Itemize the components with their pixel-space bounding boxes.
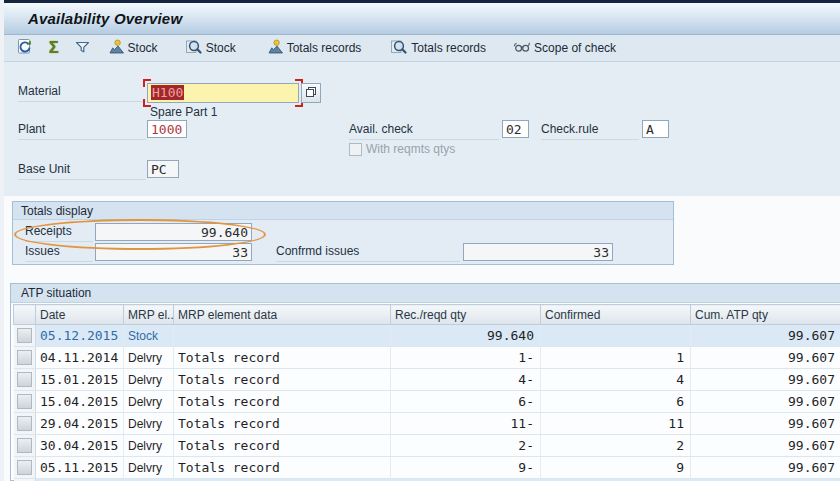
application-toolbar: Σ Stock Stock	[4, 35, 840, 62]
totals-records-search-button[interactable]: Totals records	[387, 37, 489, 60]
cell-cum-atp: 99.607	[691, 369, 840, 391]
cell-date: 30.04.2015	[36, 435, 124, 457]
table-row[interactable]: 15.04.2015 Delvry Totals record 6- 6 99.…	[14, 391, 840, 413]
cell-confirmed: 1	[541, 347, 691, 369]
atp-situation-title: ATP situation	[11, 284, 840, 303]
check-rule-label: Check.rule	[541, 122, 639, 140]
col-header-mrp-element-data[interactable]: MRP element data	[174, 305, 391, 325]
matchcode-icon	[305, 84, 317, 102]
cell-mrp-el: Delvry	[124, 435, 174, 457]
base-unit-label: Base Unit	[18, 162, 146, 180]
totals-display-title: Totals display	[13, 202, 673, 220]
cell-mrp-data: Totals record	[174, 347, 391, 369]
with-reqmts-label: With reqmts qtys	[366, 142, 455, 156]
cell-date: 05.11.2015	[36, 457, 124, 479]
cell-date: 15.04.2015	[36, 391, 124, 413]
cell-mrp-data: Totals record	[174, 457, 391, 479]
totals-records-display-label: Totals records	[287, 41, 362, 55]
row-select-button[interactable]	[17, 438, 32, 453]
totals-records-display-button[interactable]: Totals records	[264, 37, 365, 60]
avail-check-label: Avail. check	[349, 122, 499, 140]
glasses-icon	[513, 39, 531, 57]
cell-mrp-el: Stock	[124, 325, 174, 347]
cell-confirmed: 4	[541, 369, 691, 391]
cell-cum-atp: 99.607	[691, 413, 840, 435]
cell-mrp-el: Delvry	[124, 413, 174, 435]
cell-rec-qty: 4-	[391, 369, 541, 391]
material-value-selected: H100	[151, 85, 184, 100]
avail-check-input[interactable]: 02	[502, 120, 529, 138]
row-select-button[interactable]	[17, 372, 32, 387]
stock-search-button[interactable]: Stock	[182, 37, 239, 60]
cell-confirmed: 11	[541, 413, 691, 435]
table-row[interactable]: 15.01.2015 Delvry Totals record 4- 4 99.…	[14, 369, 840, 391]
col-header-mrp-el[interactable]: MRP el...	[124, 305, 174, 325]
row-select-button[interactable]	[17, 416, 32, 431]
filter-button[interactable]	[71, 37, 94, 60]
refresh-icon	[17, 38, 34, 58]
plant-label: Plant	[18, 122, 146, 140]
refresh-button[interactable]	[14, 36, 37, 60]
issues-field: 33	[95, 243, 252, 261]
stock-display-label: Stock	[128, 41, 158, 55]
scope-of-check-label: Scope of check	[534, 41, 616, 55]
material-description: Spare Part 1	[150, 105, 217, 119]
cell-date: 15.01.2015	[36, 369, 124, 391]
totals-display-group: Totals display Receipts 99.640 Issues 33…	[12, 201, 674, 265]
cell-cum-atp: 99.607	[691, 435, 840, 457]
cell-cum-atp: 99.607	[691, 325, 840, 347]
row-select-button[interactable]	[17, 460, 32, 475]
totals-records-search-label: Totals records	[411, 41, 486, 55]
cell-confirmed	[541, 325, 691, 347]
cell-cum-atp: 99.607	[691, 457, 840, 479]
scope-of-check-button[interactable]: Scope of check	[510, 37, 619, 59]
search-doc-icon	[390, 39, 408, 58]
row-select-button[interactable]	[17, 350, 32, 365]
atp-table: Date MRP el... MRP element data Rec./req…	[13, 304, 840, 481]
row-select-button[interactable]	[17, 394, 32, 409]
cell-rec-qty: 99.640	[391, 325, 541, 347]
table-row[interactable]: 29.04.2015 Delvry Totals record 11- 11 9…	[14, 413, 840, 435]
search-doc-icon	[185, 39, 203, 58]
cell-rec-qty: 9-	[391, 457, 541, 479]
cell-mrp-data: Totals record	[174, 369, 391, 391]
cell-mrp-data: Totals record	[174, 435, 391, 457]
issues-label: Issues	[25, 244, 93, 262]
receipts-label: Receipts	[25, 224, 93, 242]
with-reqmts-checkbox[interactable]	[349, 143, 362, 156]
col-header-rec-reqd-qty[interactable]: Rec./reqd qty	[391, 305, 541, 325]
cell-rec-qty: 1-	[391, 347, 541, 369]
cell-confirmed: 9	[541, 457, 691, 479]
table-row[interactable]: 04.11.2014 Delvry Totals record 1- 1 99.…	[14, 347, 840, 369]
funnel-icon	[74, 39, 91, 58]
atp-situation-group: ATP situation Date MRP el... MRP element…	[10, 283, 840, 481]
check-rule-input[interactable]: A	[642, 120, 669, 138]
material-matchcode-button[interactable]	[301, 83, 321, 103]
sum-button[interactable]: Σ	[46, 39, 62, 57]
col-header-confirmed[interactable]: Confirmed	[541, 305, 691, 325]
col-header-date[interactable]: Date	[36, 305, 124, 325]
cell-cum-atp: 99.607	[691, 391, 840, 413]
col-header-cum-atp-qty[interactable]: Cum. ATP qty	[691, 305, 840, 325]
cell-mrp-el: Delvry	[124, 457, 174, 479]
table-row[interactable]: 05.12.2015 Stock 99.640 99.607	[14, 325, 840, 347]
cell-date: 04.11.2014	[36, 347, 124, 369]
sigma-icon: Σ	[49, 41, 59, 55]
person-icon	[267, 39, 284, 58]
select-all-header[interactable]	[14, 305, 36, 325]
sap-window: Availability Overview Σ Stock	[0, 0, 840, 481]
material-input[interactable]: H100	[147, 83, 299, 103]
confrmd-issues-label: Confrmd issues	[276, 244, 460, 262]
cell-rec-qty: 2-	[391, 435, 541, 457]
person-icon	[108, 39, 125, 58]
table-row[interactable]: 30.04.2015 Delvry Totals record 2- 2 99.…	[14, 435, 840, 457]
plant-input[interactable]: 1000	[147, 120, 187, 138]
stock-display-button[interactable]: Stock	[105, 37, 161, 60]
cell-rec-qty: 11-	[391, 413, 541, 435]
confrmd-issues-field: 33	[463, 243, 613, 261]
row-select-button[interactable]	[17, 328, 32, 343]
stock-search-label: Stock	[206, 41, 236, 55]
cell-mrp-data	[174, 325, 391, 347]
cell-date: 29.04.2015	[36, 413, 124, 435]
table-row[interactable]: 05.11.2015 Delvry Totals record 9- 9 99.…	[14, 457, 840, 479]
